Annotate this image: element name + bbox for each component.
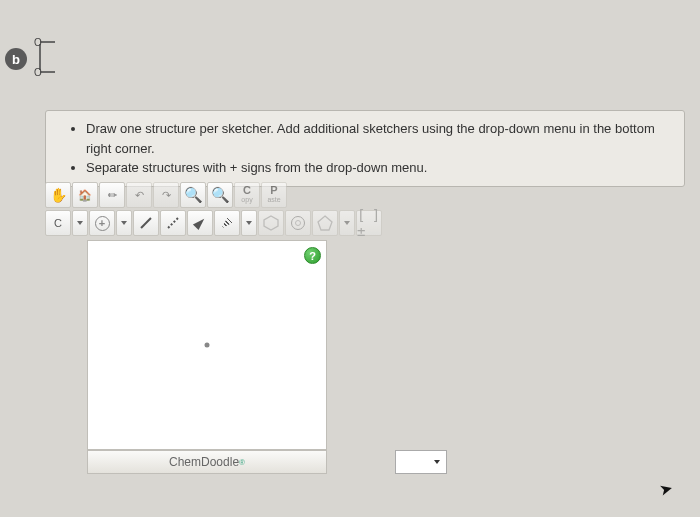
- chevron-down-icon: [121, 221, 127, 225]
- dotted-bond-button[interactable]: [160, 210, 186, 236]
- chevron-down-icon: [77, 221, 83, 225]
- copy-button[interactable]: Copy: [234, 182, 260, 208]
- svg-text:O: O: [34, 67, 42, 78]
- hash-wedge-icon: [220, 216, 234, 230]
- cursor-pointer-icon: ➤: [657, 479, 674, 501]
- svg-text:O: O: [34, 37, 42, 48]
- help-button[interactable]: ?: [304, 247, 321, 264]
- paste-label-top: P: [270, 186, 277, 195]
- zoom-in-button[interactable]: 🔍: [180, 182, 206, 208]
- brackets-button[interactable]: [ ]±: [356, 210, 382, 236]
- single-bond-icon: [140, 217, 151, 228]
- ring-dropdown[interactable]: [339, 210, 355, 236]
- registered-icon: ®: [239, 458, 245, 467]
- hand-icon: ✋: [50, 187, 67, 203]
- element-button[interactable]: C: [45, 210, 71, 236]
- chevron-down-icon: [246, 221, 252, 225]
- copy-label-top: C: [243, 186, 251, 195]
- pentagon-icon: [317, 215, 333, 231]
- zoom-in-icon: 🔍: [184, 186, 203, 204]
- undo-button[interactable]: ↶: [126, 182, 152, 208]
- svg-marker-6: [264, 216, 278, 230]
- dotted-bond-icon: [167, 217, 178, 228]
- zoom-out-button[interactable]: 🔍: [207, 182, 233, 208]
- svg-marker-7: [318, 216, 332, 230]
- benzene-icon: [291, 216, 305, 230]
- redo-icon: ↷: [162, 189, 171, 202]
- cyclopentane-button[interactable]: [312, 210, 338, 236]
- paste-label-bot: aste: [267, 195, 280, 204]
- cyclohexane-button[interactable]: [258, 210, 284, 236]
- wedge-bond-button[interactable]: [187, 210, 213, 236]
- element-label: C: [54, 217, 62, 229]
- copy-label-bot: opy: [241, 195, 252, 204]
- molecule-structure-icon: O O: [30, 32, 80, 82]
- instruction-item: Separate structures with + signs from th…: [86, 158, 672, 178]
- add-sketcher-dropdown[interactable]: [395, 450, 447, 474]
- toolbar-top: ✋ 🏠 ✏ ↶ ↷ 🔍 🔍 Copy Paste: [45, 182, 465, 208]
- chevron-down-icon: [344, 221, 350, 225]
- bond-dropdown[interactable]: [241, 210, 257, 236]
- element-dropdown[interactable]: [72, 210, 88, 236]
- home-icon: 🏠: [78, 189, 92, 202]
- home-button[interactable]: 🏠: [72, 182, 98, 208]
- draw-button[interactable]: ✏: [99, 182, 125, 208]
- brand-bar: ChemDoodle®: [87, 450, 327, 474]
- chevron-down-icon: [434, 460, 440, 464]
- hash-bond-button[interactable]: [214, 210, 240, 236]
- hexagon-icon: [263, 215, 279, 231]
- instruction-panel: Draw one structure per sketcher. Add add…: [45, 110, 685, 187]
- redo-button[interactable]: ↷: [153, 182, 179, 208]
- paste-button[interactable]: Paste: [261, 182, 287, 208]
- toolbar-bottom: C + [ ]±: [45, 210, 465, 236]
- sketcher-canvas[interactable]: ?: [87, 240, 327, 450]
- undo-icon: ↶: [135, 189, 144, 202]
- instruction-item: Draw one structure per sketcher. Add add…: [86, 119, 672, 158]
- plus-circle-icon: +: [95, 216, 110, 231]
- hand-tool-button[interactable]: ✋: [45, 182, 71, 208]
- sketcher: ✋ 🏠 ✏ ↶ ↷ 🔍 🔍 Copy Paste C + [ ]±: [45, 182, 465, 450]
- brand-label: ChemDoodle: [169, 455, 239, 469]
- brackets-icon: [ ]±: [357, 207, 381, 239]
- zoom-out-icon: 🔍: [211, 186, 230, 204]
- pencil-icon: ✏: [108, 189, 117, 202]
- wedge-icon: [193, 216, 207, 230]
- question-badge: b: [5, 48, 27, 70]
- charge-button[interactable]: +: [89, 210, 115, 236]
- atom-placeholder-dot: [205, 343, 210, 348]
- charge-dropdown[interactable]: [116, 210, 132, 236]
- benzene-button[interactable]: [285, 210, 311, 236]
- single-bond-button[interactable]: [133, 210, 159, 236]
